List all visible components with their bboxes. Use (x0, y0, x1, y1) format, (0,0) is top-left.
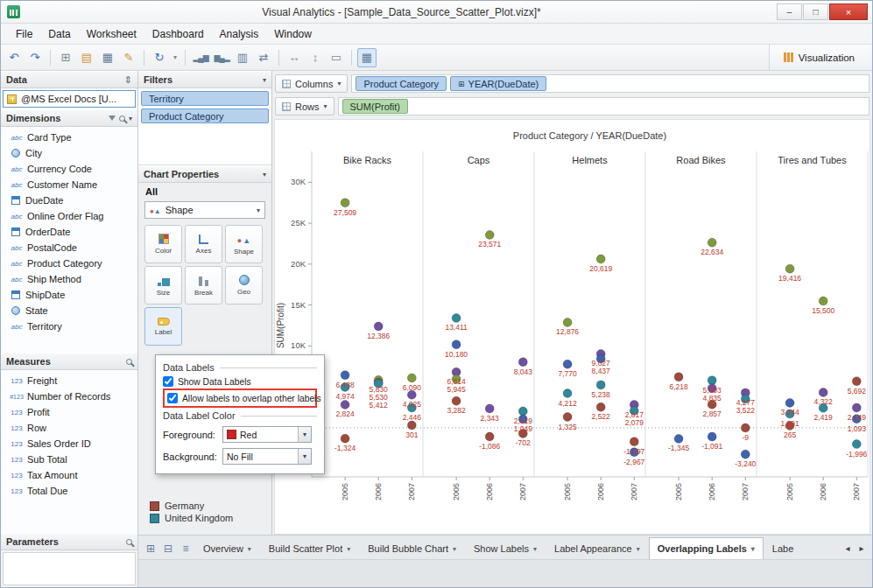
normal-view-icon[interactable]: ▭ (327, 48, 346, 67)
data-point[interactable] (852, 403, 861, 412)
data-point[interactable] (518, 407, 527, 416)
tab-scroll-right[interactable]: ▸ (855, 537, 869, 559)
menu-item[interactable]: Data (40, 25, 78, 43)
dimension-item[interactable]: Currency Code (1, 161, 137, 177)
tab-build-bubble-chart[interactable]: Build Bubble Chart ▾ (359, 537, 465, 559)
data-point[interactable] (852, 377, 861, 386)
refresh-menu-icon[interactable]: ▾ (171, 48, 180, 67)
search-icon[interactable] (126, 539, 132, 545)
show-data-labels-option[interactable]: Show Data Labels (163, 376, 317, 387)
menu-item[interactable]: Worksheet (79, 25, 144, 43)
chevron-down-icon[interactable]: ▾ (263, 171, 266, 178)
dimension-item[interactable]: Online Order Flag (1, 208, 137, 224)
sort-descending-icon[interactable]: ▆▄▂ (212, 48, 231, 67)
color-button[interactable]: Color (144, 225, 182, 263)
data-point[interactable] (563, 318, 572, 326)
label-button[interactable]: Label (144, 307, 182, 346)
data-point[interactable] (374, 322, 383, 331)
data-point[interactable] (341, 400, 349, 409)
shape-button[interactable]: Shape (225, 225, 263, 263)
menu-item[interactable]: File (8, 25, 40, 43)
sort-updown-icon[interactable]: ⇕ (124, 74, 132, 86)
visualization-tab[interactable]: Visualization (769, 45, 869, 70)
chevron-down-icon[interactable]: ▾ (453, 545, 456, 553)
format-icon[interactable]: ✎ (119, 48, 138, 67)
allow-overlap-checkbox[interactable] (167, 393, 178, 403)
data-point[interactable] (452, 340, 461, 349)
data-point[interactable] (563, 413, 572, 422)
group-fields-icon[interactable]: ▥ (233, 48, 252, 67)
data-point[interactable] (852, 440, 861, 449)
data-point[interactable] (407, 421, 416, 430)
tab-clipped[interactable]: Labe ▾ (764, 537, 800, 559)
measure-item[interactable]: Row (1, 420, 137, 436)
fit-height-icon[interactable]: ↕ (306, 48, 325, 67)
data-point[interactable] (341, 371, 349, 380)
columns-shelf[interactable]: Product Category ⊞ YEAR(DueDate) (351, 74, 869, 93)
expand-icon[interactable]: ⊞ (458, 80, 465, 88)
menu-item[interactable]: Analysis (212, 25, 267, 43)
data-point[interactable] (785, 264, 794, 273)
data-point[interactable] (563, 360, 572, 368)
open-icon[interactable]: ▤ (77, 48, 96, 67)
highlight-icon[interactable]: ▦ (357, 48, 377, 67)
close-button[interactable]: × (829, 4, 868, 20)
swap-axes-icon[interactable]: ⇄ (254, 48, 273, 67)
data-point[interactable] (708, 238, 716, 247)
data-point[interactable] (708, 432, 716, 441)
dimension-item[interactable]: OrderDate (1, 224, 137, 240)
data-point[interactable] (819, 388, 827, 396)
break-button[interactable]: Break (185, 266, 222, 304)
data-point[interactable] (341, 434, 349, 443)
data-point[interactable] (741, 450, 750, 458)
dimension-item[interactable]: Product Category (1, 256, 137, 271)
pill-sum-profit[interactable]: SUM(Profit) (342, 99, 408, 114)
data-point[interactable] (563, 389, 572, 398)
pill-year-duedate[interactable]: ⊞ YEAR(DueDate) (450, 76, 546, 91)
rows-shelf[interactable]: SUM(Profit) (338, 97, 869, 116)
chevron-down-icon[interactable]: ▾ (129, 115, 132, 122)
filter-pill-product-category[interactable]: Product Category (141, 108, 269, 123)
legend-item[interactable]: Germany (150, 500, 233, 511)
maximize-button[interactable]: □ (803, 4, 828, 20)
measure-item[interactable]: Sub Total (1, 452, 137, 467)
sort-ascending-icon[interactable]: ▂▄▆ (191, 48, 210, 67)
legend-item[interactable]: United Kingdom (150, 513, 233, 523)
data-point[interactable] (596, 255, 605, 263)
chevron-down-icon[interactable]: ▾ (248, 545, 251, 553)
data-point[interactable] (407, 374, 416, 382)
data-point[interactable] (708, 376, 716, 385)
data-point[interactable] (341, 199, 349, 207)
chevron-down-icon[interactable]: ▾ (347, 545, 350, 553)
data-point[interactable] (485, 404, 494, 413)
data-point[interactable] (785, 398, 794, 407)
save-icon[interactable]: ▦ (98, 48, 117, 67)
chevron-down-icon[interactable]: ▾ (751, 545, 755, 553)
data-point[interactable] (596, 402, 605, 411)
dimension-item[interactable]: Customer Name (1, 177, 137, 192)
data-point[interactable] (630, 438, 638, 446)
dimension-item[interactable]: Card Type (1, 130, 137, 145)
chevron-down-icon[interactable]: ▾ (637, 545, 640, 553)
tab-build-scatter-plot[interactable]: Build Scatter Plot ▾ (260, 537, 359, 559)
columns-shelf-button[interactable]: Columns ▾ (275, 74, 348, 93)
dimension-item[interactable]: PostalCode (1, 240, 137, 256)
data-source-item[interactable]: @MS Excel Docs [U... (3, 90, 136, 108)
chevron-down-icon[interactable]: ▾ (298, 427, 311, 442)
minimize-button[interactable]: – (777, 4, 802, 20)
new-dashboard-icon[interactable]: ⊟ (159, 537, 177, 559)
tab-overlapping-labels[interactable]: Overlapping Labels ▾ (649, 537, 764, 559)
data-point[interactable] (452, 396, 461, 405)
background-fill-dropdown[interactable]: No Fill ▾ (222, 448, 312, 465)
shape-dropdown[interactable]: Shape ▾ (144, 201, 265, 219)
menu-item[interactable]: Dashboard (144, 25, 212, 43)
axes-button[interactable]: Axes (185, 225, 222, 263)
fit-width-icon[interactable]: ↔ (285, 48, 304, 67)
search-icon[interactable] (119, 116, 125, 122)
filter-icon[interactable] (109, 116, 116, 121)
menu-item[interactable]: Window (266, 25, 320, 43)
data-point[interactable] (485, 230, 494, 239)
pill-product-category[interactable]: Product Category (356, 76, 447, 91)
dimension-item[interactable]: Territory (1, 318, 137, 334)
rows-shelf-button[interactable]: Rows ▾ (275, 97, 334, 116)
